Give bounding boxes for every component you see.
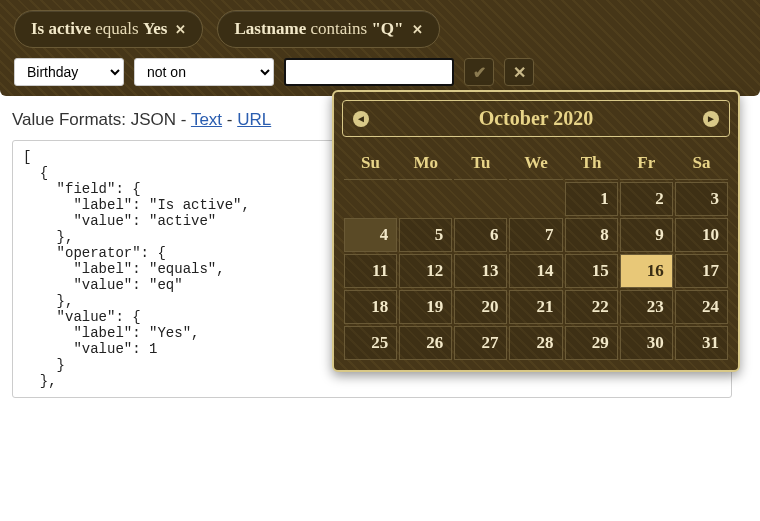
day-cell[interactable]: 6 — [454, 218, 507, 252]
day-cell[interactable]: 31 — [675, 326, 728, 360]
close-icon: ✕ — [513, 63, 526, 82]
dow-label: Sa — [675, 147, 728, 180]
dow-label: We — [509, 147, 562, 180]
confirm-button[interactable]: ✔ — [464, 58, 494, 86]
day-cell[interactable]: 8 — [565, 218, 618, 252]
dow-label: Th — [565, 147, 618, 180]
format-url[interactable]: URL — [237, 110, 271, 129]
day-cell[interactable]: 27 — [454, 326, 507, 360]
day-cell[interactable]: 14 — [509, 254, 562, 288]
empty-cell — [344, 182, 397, 216]
filter-pill[interactable]: Is active equals Yes ✕ — [14, 10, 203, 48]
day-cell[interactable]: 9 — [620, 218, 673, 252]
dow-label: Fr — [620, 147, 673, 180]
day-cell[interactable]: 15 — [565, 254, 618, 288]
day-cell[interactable]: 4 — [344, 218, 397, 252]
empty-cell — [454, 182, 507, 216]
day-cell[interactable]: 30 — [620, 326, 673, 360]
day-cell[interactable]: 11 — [344, 254, 397, 288]
datepicker-title: October 2020 — [479, 107, 594, 130]
day-cell[interactable]: 1 — [565, 182, 618, 216]
day-cell[interactable]: 25 — [344, 326, 397, 360]
datepicker-header: ◄ October 2020 ► — [342, 100, 730, 137]
new-filter-row: Birthday not on ✔ ✕ — [14, 58, 746, 86]
prev-month-icon[interactable]: ◄ — [353, 111, 369, 127]
day-cell[interactable]: 26 — [399, 326, 452, 360]
dow-label: Mo — [399, 147, 452, 180]
day-cell[interactable]: 7 — [509, 218, 562, 252]
content-area: Value Formats: JSON - Text - URL [ { "fi… — [0, 96, 760, 412]
format-json[interactable]: JSON — [131, 110, 176, 129]
day-cell[interactable]: 29 — [565, 326, 618, 360]
empty-cell — [399, 182, 452, 216]
pill-text: Lastname contains "Q" — [234, 19, 403, 39]
day-cell[interactable]: 20 — [454, 290, 507, 324]
dow-label: Tu — [454, 147, 507, 180]
day-cell[interactable]: 18 — [344, 290, 397, 324]
day-cell[interactable]: 13 — [454, 254, 507, 288]
day-cell[interactable]: 16 — [620, 254, 673, 288]
pill-text: Is active equals Yes — [31, 19, 167, 39]
day-cell[interactable]: 17 — [675, 254, 728, 288]
remove-filter-icon[interactable]: ✕ — [175, 22, 186, 37]
next-month-icon[interactable]: ► — [703, 111, 719, 127]
day-cell[interactable]: 5 — [399, 218, 452, 252]
filter-bar: Is active equals Yes ✕ Lastname contains… — [0, 0, 760, 96]
day-cell[interactable]: 22 — [565, 290, 618, 324]
remove-filter-icon[interactable]: ✕ — [412, 22, 423, 37]
day-cell[interactable]: 3 — [675, 182, 728, 216]
day-cell[interactable]: 28 — [509, 326, 562, 360]
active-filters: Is active equals Yes ✕ Lastname contains… — [14, 10, 746, 48]
day-cell[interactable]: 24 — [675, 290, 728, 324]
dow-label: Su — [344, 147, 397, 180]
empty-cell — [509, 182, 562, 216]
filter-pill[interactable]: Lastname contains "Q" ✕ — [217, 10, 439, 48]
day-cell[interactable]: 19 — [399, 290, 452, 324]
cancel-button[interactable]: ✕ — [504, 58, 534, 86]
value-input[interactable] — [284, 58, 454, 86]
operator-select[interactable]: not on — [134, 58, 274, 86]
day-cell[interactable]: 10 — [675, 218, 728, 252]
check-icon: ✔ — [473, 63, 486, 82]
day-cell[interactable]: 2 — [620, 182, 673, 216]
datepicker: ◄ October 2020 ► SuMoTuWeThFrSa 12345678… — [332, 90, 740, 372]
day-cell[interactable]: 23 — [620, 290, 673, 324]
day-cell[interactable]: 12 — [399, 254, 452, 288]
calendar-grid: SuMoTuWeThFrSa 1234567891011121314151617… — [342, 145, 730, 362]
format-text[interactable]: Text — [191, 110, 222, 129]
formats-label: Value Formats: — [12, 110, 126, 129]
field-select[interactable]: Birthday — [14, 58, 124, 86]
day-cell[interactable]: 21 — [509, 290, 562, 324]
